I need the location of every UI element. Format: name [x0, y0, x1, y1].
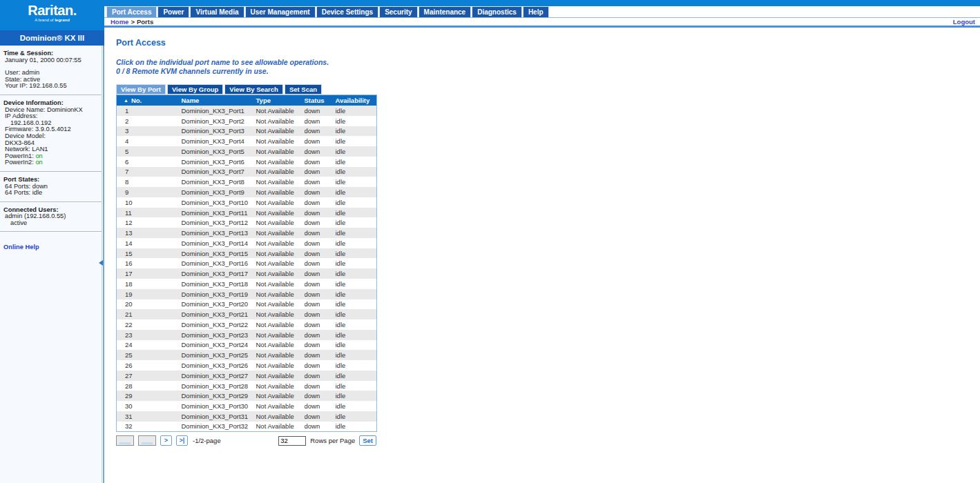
port-number-cell: 23 [117, 330, 182, 340]
port-name-cell[interactable]: Dominion_KX3_Port21 [182, 309, 256, 319]
sidebar-divider [0, 231, 102, 233]
port-name-cell[interactable]: Dominion_KX3_Port7 [182, 167, 256, 177]
tagline-prefix: A brand of [35, 18, 53, 22]
column-header-no[interactable]: ▲No. [117, 95, 182, 106]
port-name-cell[interactable]: Dominion_KX3_Port1 [182, 106, 256, 116]
port-availability-cell: idle [336, 411, 377, 422]
nav-tab-port-access[interactable]: Port Access [106, 6, 157, 17]
sidebar-collapse-icon[interactable] [99, 260, 103, 266]
powerin1-label: PowerIn1: [5, 152, 34, 159]
view-tab-view-by-port[interactable]: View By Port [116, 84, 166, 95]
table-row: 19Dominion_KX3_Port19Not Availabledownid… [117, 289, 377, 299]
last-page-button[interactable]: >| [176, 435, 188, 446]
set-button[interactable]: Set [359, 435, 376, 446]
raritan-logo-tagline: A brand of legrand [0, 18, 104, 22]
port-number-cell: 6 [117, 157, 182, 167]
rows-per-page-input[interactable] [278, 436, 306, 446]
logout-link[interactable]: Logout [953, 18, 975, 26]
port-availability-cell: idle [336, 177, 377, 187]
port-status-cell: down [305, 371, 336, 381]
nav-tab-help[interactable]: Help [523, 6, 549, 17]
breadcrumb-home-link[interactable]: Home [111, 18, 128, 26]
nav-tab-user-management[interactable]: User Management [245, 6, 316, 17]
port-number-cell: 5 [117, 146, 182, 157]
port-states-idle: 64 Ports: idle [3, 190, 99, 197]
port-availability-cell: idle [336, 136, 377, 146]
port-status-cell: down [305, 136, 336, 146]
port-name-cell[interactable]: Dominion_KX3_Port30 [182, 401, 256, 411]
nav-tab-diagnostics[interactable]: Diagnostics [472, 6, 522, 17]
port-name-cell[interactable]: Dominion_KX3_Port19 [182, 289, 256, 299]
breadcrumb-separator: > [131, 18, 135, 26]
view-tab-set-scan[interactable]: Set Scan [285, 84, 322, 95]
port-name-cell[interactable]: Dominion_KX3_Port5 [182, 146, 256, 157]
port-name-cell[interactable]: Dominion_KX3_Port22 [182, 319, 256, 330]
port-name-cell[interactable]: Dominion_KX3_Port26 [182, 360, 256, 371]
port-availability-cell: idle [336, 299, 377, 310]
port-name-cell[interactable]: Dominion_KX3_Port17 [182, 268, 256, 279]
port-name-cell[interactable]: Dominion_KX3_Port3 [182, 126, 256, 137]
port-name-cell[interactable]: Dominion_KX3_Port9 [182, 187, 256, 197]
port-table: ▲No.NameTypeStatusAvailability 1Dominion… [116, 95, 377, 432]
column-header-status[interactable]: Status [305, 95, 336, 106]
table-row: 30Dominion_KX3_Port30Not Availabledownid… [117, 401, 377, 411]
main-nav-tabs: Port AccessPowerVirtual MediaUser Manage… [104, 6, 980, 17]
port-name-cell[interactable]: Dominion_KX3_Port18 [182, 279, 256, 289]
port-name-cell[interactable]: Dominion_KX3_Port27 [182, 371, 256, 381]
port-name-cell[interactable]: Dominion_KX3_Port6 [182, 157, 256, 167]
port-name-cell[interactable]: Dominion_KX3_Port10 [182, 197, 256, 208]
port-name-cell[interactable]: Dominion_KX3_Port23 [182, 330, 256, 340]
previous-page-button[interactable] [138, 435, 156, 446]
column-header-availability[interactable]: Availability [336, 95, 377, 106]
nav-tab-maintenance[interactable]: Maintenance [419, 6, 472, 17]
port-type-cell: Not Available [256, 279, 305, 289]
port-name-cell[interactable]: Dominion_KX3_Port25 [182, 350, 256, 360]
port-type-cell: Not Available [256, 371, 305, 381]
port-name-cell[interactable]: Dominion_KX3_Port12 [182, 217, 256, 228]
port-number-cell: 15 [117, 248, 182, 259]
port-name-cell[interactable]: Dominion_KX3_Port4 [182, 136, 256, 146]
port-name-cell[interactable]: Dominion_KX3_Port11 [182, 208, 256, 218]
port-number-cell: 30 [117, 401, 182, 411]
port-name-cell[interactable]: Dominion_KX3_Port14 [182, 238, 256, 248]
page-title: Port Access [116, 38, 980, 48]
session-your-ip: Your IP: 192.168.0.55 [3, 83, 99, 90]
port-name-cell[interactable]: Dominion_KX3_Port2 [182, 116, 256, 126]
column-header-type[interactable]: Type [256, 95, 305, 106]
port-name-cell[interactable]: Dominion_KX3_Port29 [182, 391, 256, 401]
port-number-cell: 19 [117, 289, 182, 299]
column-header-name[interactable]: Name [182, 95, 256, 106]
nav-tab-virtual-media[interactable]: Virtual Media [190, 6, 244, 17]
port-status-cell: down [305, 167, 336, 177]
port-name-cell[interactable]: Dominion_KX3_Port13 [182, 228, 256, 238]
port-number-cell: 22 [117, 319, 182, 330]
first-page-button[interactable] [116, 435, 134, 446]
nav-tab-security[interactable]: Security [379, 6, 417, 17]
port-type-cell: Not Available [256, 106, 305, 116]
port-number-cell: 29 [117, 391, 182, 401]
view-tab-view-by-group[interactable]: View By Group [167, 84, 223, 95]
port-name-cell[interactable]: Dominion_KX3_Port16 [182, 258, 256, 268]
port-availability-cell: idle [336, 268, 377, 279]
online-help-link[interactable]: Online Help [3, 244, 39, 251]
port-type-cell: Not Available [256, 136, 305, 146]
port-availability-cell: idle [336, 197, 377, 208]
connected-users-section: Connected Users: admin (192.168.0.55) ac… [0, 207, 102, 227]
port-type-cell: Not Available [256, 146, 305, 157]
view-tab-view-by-search[interactable]: View By Search [224, 84, 283, 95]
nav-tab-device-settings[interactable]: Device Settings [316, 6, 378, 17]
port-name-cell[interactable]: Dominion_KX3_Port28 [182, 381, 256, 391]
port-availability-cell: idle [336, 157, 377, 167]
port-name-cell[interactable]: Dominion_KX3_Port8 [182, 177, 256, 187]
next-page-button[interactable]: > [160, 435, 172, 446]
port-status-cell: down [305, 106, 336, 116]
port-name-cell[interactable]: Dominion_KX3_Port20 [182, 299, 256, 310]
connected-user-status: active [3, 220, 99, 227]
port-name-cell[interactable]: Dominion_KX3_Port24 [182, 340, 256, 351]
port-name-cell[interactable]: Dominion_KX3_Port31 [182, 411, 256, 422]
nav-tab-power[interactable]: Power [157, 6, 189, 17]
port-type-cell: Not Available [256, 391, 305, 401]
port-status-cell: down [305, 248, 336, 259]
port-name-cell[interactable]: Dominion_KX3_Port15 [182, 248, 256, 259]
port-name-cell[interactable]: Dominion_KX3_Port32 [182, 422, 256, 432]
